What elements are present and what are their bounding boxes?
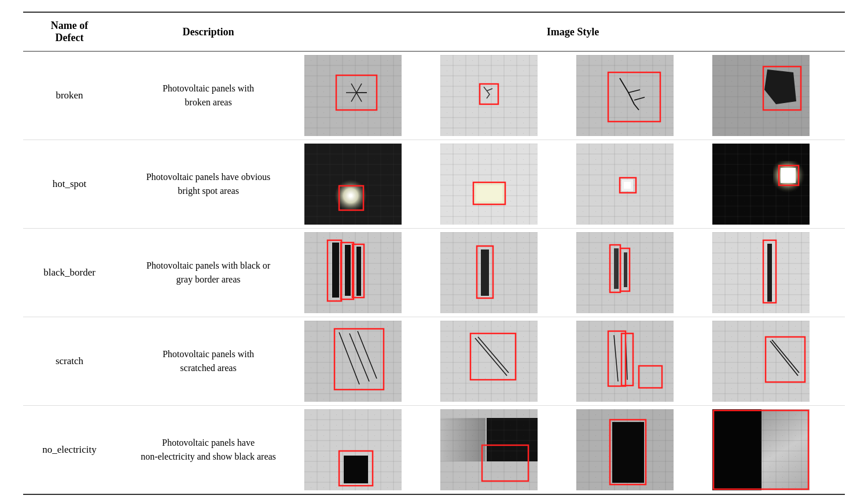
defect-image-cell <box>573 52 709 140</box>
defect-name: black_border <box>23 229 116 317</box>
defect-description: Photovoltaic panels withscratched areas <box>116 317 301 406</box>
defect-image-cell <box>437 140 573 229</box>
defect-name: scratch <box>23 317 116 406</box>
defect-image <box>712 409 810 490</box>
defect-image-cell <box>437 406 573 494</box>
defect-image <box>440 144 538 225</box>
defect-image-cell <box>709 52 845 140</box>
defect-image-cell <box>437 229 573 317</box>
defect-image <box>440 232 538 313</box>
defect-image <box>712 144 810 225</box>
defect-image <box>440 55 538 136</box>
defect-image <box>440 409 538 490</box>
defect-image-cell <box>573 140 709 229</box>
defect-name: broken <box>23 52 116 140</box>
defect-image-cell <box>709 317 845 406</box>
defect-image-cell <box>709 406 845 494</box>
defect-image <box>304 321 402 402</box>
main-table-wrapper: Name ofDefect Description Image Style br… <box>23 12 845 495</box>
defect-image-cell <box>301 406 437 494</box>
defect-image <box>712 232 810 313</box>
defect-image <box>440 321 538 402</box>
defect-image-cell <box>437 317 573 406</box>
defect-image <box>576 232 674 313</box>
defect-image-cell <box>573 229 709 317</box>
defect-image <box>712 321 810 402</box>
table-row: black_borderPhotovoltaic panels with bla… <box>23 229 845 317</box>
table-row: brokenPhotovoltaic panels withbroken are… <box>23 52 845 140</box>
defect-image-cell <box>301 52 437 140</box>
defect-image-cell <box>573 317 709 406</box>
defect-description: Photovoltaic panels withbroken areas <box>116 52 301 140</box>
defect-image-cell <box>301 140 437 229</box>
defect-image <box>576 409 674 490</box>
defect-image-cell <box>573 406 709 494</box>
defect-image-cell <box>709 229 845 317</box>
defect-description: Photovoltaic panels with black orgray bo… <box>116 229 301 317</box>
header-image-style: Image Style <box>301 13 845 52</box>
defect-image-cell <box>301 317 437 406</box>
defect-image <box>576 55 674 136</box>
defect-description: Photovoltaic panels havenon-electricity … <box>116 406 301 494</box>
defect-description: Photovoltaic panels have obviousbright s… <box>116 140 301 229</box>
defect-image-cell <box>437 52 573 140</box>
defect-image <box>304 232 402 313</box>
defect-name: no_electricity <box>23 406 116 494</box>
defect-table: Name ofDefect Description Image Style br… <box>23 13 845 494</box>
table-row: no_electricityPhotovoltaic panels haveno… <box>23 406 845 494</box>
header-name: Name ofDefect <box>23 13 116 52</box>
defect-image-cell <box>709 140 845 229</box>
defect-image-cell <box>301 229 437 317</box>
defect-image <box>304 55 402 136</box>
defect-image <box>304 409 402 490</box>
defect-image <box>712 55 810 136</box>
table-row: hot_spotPhotovoltaic panels have obvious… <box>23 140 845 229</box>
defect-image <box>304 144 402 225</box>
defect-image <box>576 144 674 225</box>
defect-image <box>576 321 674 402</box>
defect-name: hot_spot <box>23 140 116 229</box>
header-description: Description <box>116 13 301 52</box>
table-row: scratchPhotovoltaic panels withscratched… <box>23 317 845 406</box>
